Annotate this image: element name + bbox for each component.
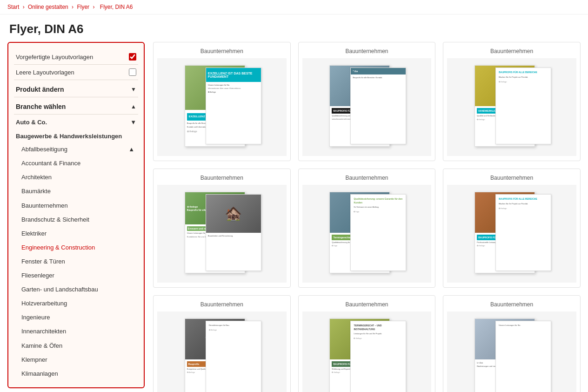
card-title-3: Bauunternehmen bbox=[490, 48, 533, 54]
menu-item-fliesen[interactable]: Fliesenleger bbox=[14, 269, 138, 283]
flyer-back-6: BAUPROFIS FÜR ALLE BEREICHE Machen Sie I… bbox=[495, 194, 551, 271]
industry-section[interactable]: Branche wählen ▲ bbox=[14, 97, 138, 115]
flyer-back-7: Dienstleistungen für Bau. ✿ thelogo bbox=[206, 321, 261, 392]
flyer-back-1: EXZELLENZ IST DAS BESTE FUNDAMENT Unsere… bbox=[206, 68, 261, 144]
flyer-back-5: Qualitätssicherung: unsere Garantie für … bbox=[350, 194, 406, 271]
card-title-4: Bauunternehmen bbox=[200, 175, 243, 181]
card-title-9: Bauunternehmen bbox=[490, 301, 533, 308]
flyer-mockup-5: 🏗️ Termingerechte Übergabe ohne Umzug Qu… bbox=[325, 187, 408, 280]
empty-row: Leere Layoutvorlagen bbox=[14, 65, 138, 80]
industry-arrow: ▲ bbox=[131, 103, 136, 110]
card-image-3: 🏗️ HANDWERKLICHE TRADITION Qualität und … bbox=[447, 58, 576, 156]
flyer-back-4: 🏚️ Bauarbeiten und Renovierung. bbox=[206, 194, 261, 271]
product-card-9[interactable]: Bauunternehmen 🏗️ iz das Bauleistungen u… bbox=[443, 295, 581, 392]
page-title: Flyer, DIN A6 bbox=[0, 14, 588, 42]
flyer-mockup-6: 👷 BAUPROFIS FÜR ALLE BEREICHE Profession… bbox=[470, 187, 554, 280]
menu-item-accountant[interactable]: Accountant & Finance bbox=[14, 156, 138, 170]
card-image-9: 🏗️ iz das Bauleistungen und mehr. Unsere bbox=[447, 311, 576, 392]
product-arrow: ▼ bbox=[131, 86, 136, 93]
breadcrumb: Start › Online gestalten › Flyer › Flyer… bbox=[0, 0, 588, 14]
product-card-6[interactable]: Bauunternehmen 👷 BAUPROFIS FÜR ALLE BERE… bbox=[443, 169, 581, 288]
menu-item-abfall[interactable]: Abfallbeseitigung ▲ bbox=[14, 142, 138, 156]
card-title-6: Bauunternehmen bbox=[490, 175, 533, 181]
product-card-4[interactable]: Bauunternehmen ✿ thelogoBauprofis für al… bbox=[153, 169, 291, 288]
premade-row: Vorgefertigte Layoutvorlagen bbox=[14, 49, 138, 65]
product-grid: Bauunternehmen 👷 EXZELLENZ ALS BESTE FUN… bbox=[153, 42, 581, 392]
menu-item-architekten[interactable]: Architekten bbox=[14, 170, 138, 184]
premade-label[interactable]: Vorgefertigte Layoutvorlagen bbox=[16, 54, 93, 61]
menu-item-brandschutz[interactable]: Brandschutz & Sicherheit bbox=[14, 213, 138, 227]
breadcrumb-start[interactable]: Start bbox=[7, 4, 19, 10]
breadcrumb-online[interactable]: Online gestalten bbox=[28, 4, 68, 10]
sidebar: Vorgefertigte Layoutvorlagen Leere Layou… bbox=[7, 42, 145, 388]
menu-item-kamine[interactable]: Kamine & Öfen bbox=[14, 339, 138, 353]
empty-label[interactable]: Leere Layoutvorlagen bbox=[16, 69, 74, 76]
flyer-back-9: Unsere Leistungen für Sie. bbox=[495, 321, 551, 392]
product-content: Bauunternehmen 👷 EXZELLENZ ALS BESTE FUN… bbox=[153, 42, 581, 392]
empty-checkbox[interactable] bbox=[129, 68, 136, 76]
card-title-5: Bauunternehmen bbox=[345, 175, 388, 181]
product-card-8[interactable]: Bauunternehmen 🏢 BAUPROFIS FÜR ALLE BERE… bbox=[298, 295, 436, 392]
menu-item-bauunternehmen[interactable]: Bauunternehmen bbox=[14, 199, 138, 213]
card-image-4: ✿ thelogoBauprofis für alle Bereiche Ern… bbox=[157, 185, 287, 283]
card-image-7: 🔩 Bauprofis Kompetenz und Qualität. ✿ th… bbox=[157, 311, 287, 392]
menu-item-ingenieure[interactable]: Ingenieure bbox=[14, 311, 138, 324]
premade-checkbox[interactable] bbox=[129, 53, 136, 61]
flyer-mockup-9: 🏗️ iz das Bauleistungen und mehr. Unsere bbox=[470, 314, 554, 392]
flyer-mockup-1: 👷 EXZELLENZ ALS BESTE FUNDAMENT Bauprofi… bbox=[180, 61, 264, 154]
product-card-5[interactable]: Bauunternehmen 🏗️ Termingerechte Übergab… bbox=[298, 169, 436, 288]
menu-item-garten[interactable]: Garten- und Landschaftsbau bbox=[14, 283, 138, 297]
menu-list: Auto & Co. ▼ Baugewerbe & Handwerksleist… bbox=[14, 115, 138, 381]
flyer-mockup-8: 🏢 BAUPROFIS FÜR ALLE BEREICHE Erfahrung … bbox=[325, 314, 408, 392]
flyer-mockup-2: 👷‍♀️ BAUPROFIS FÜR ALLE BEREICHE Qualitä… bbox=[325, 61, 408, 154]
product-card-7[interactable]: Bauunternehmen 🔩 Bauprofis Kompetenz und… bbox=[153, 295, 291, 392]
product-section[interactable]: Produkt ändern ▼ bbox=[14, 80, 138, 97]
breadcrumb-current: Flyer, DIN A6 bbox=[100, 4, 133, 10]
menu-item-fenster[interactable]: Fenster & Türen bbox=[14, 255, 138, 269]
product-card-3[interactable]: Bauunternehmen 🏗️ HANDWERKLICHE TRADITIO… bbox=[443, 42, 581, 161]
card-title-8: Bauunternehmen bbox=[345, 301, 388, 308]
menu-item-elektriker[interactable]: Elektriker bbox=[14, 227, 138, 241]
flyer-back-3: BAUPROFIS FÜR ALLE BEREICHE Machen Sie I… bbox=[495, 68, 551, 144]
card-image-8: 🏢 BAUPROFIS FÜR ALLE BEREICHE Erfahrung … bbox=[302, 311, 432, 392]
menu-item-klempner[interactable]: Klempner bbox=[14, 353, 138, 367]
menu-item-innen[interactable]: Innenarchitekten bbox=[14, 324, 138, 338]
menu-item-engineering[interactable]: Engineering & Construction bbox=[14, 241, 138, 255]
flyer-mockup-3: 🏗️ HANDWERKLICHE TRADITION Qualität und … bbox=[470, 61, 554, 154]
menu-item-baugewerbe[interactable]: Baugewerbe & Handwerksleistungen bbox=[14, 128, 138, 142]
menu-item-klima[interactable]: Klimaanlagen bbox=[14, 367, 138, 381]
menu-item-baumaerkte[interactable]: Baumärkte bbox=[14, 184, 138, 198]
menu-item-holz[interactable]: Holzverarbeitung bbox=[14, 297, 138, 311]
card-title-2: Bauunternehmen bbox=[345, 48, 388, 54]
breadcrumb-flyer[interactable]: Flyer bbox=[77, 4, 89, 10]
flyer-mockup-4: ✿ thelogoBauprofis für alle Bereiche Ern… bbox=[180, 187, 264, 280]
flyer-mockup-7: 🔩 Bauprofis Kompetenz und Qualität. ✿ th… bbox=[180, 314, 264, 392]
product-card-2[interactable]: Bauunternehmen 👷‍♀️ BAUPROFIS FÜR ALLE B… bbox=[298, 42, 436, 161]
card-image-2: 👷‍♀️ BAUPROFIS FÜR ALLE BEREICHE Qualitä… bbox=[302, 58, 432, 156]
flyer-back-2: * the Bauprofis für alle Bereiche. Konta… bbox=[350, 68, 406, 144]
menu-item-auto[interactable]: Auto & Co. ▼ bbox=[14, 115, 138, 128]
card-title-7: Bauunternehmen bbox=[200, 301, 243, 308]
card-title-1: Bauunternehmen bbox=[200, 48, 243, 54]
flyer-back-8: TERMINGERECHT – UND INSTANDHALTUNG Leist… bbox=[350, 321, 406, 392]
card-image-1: 👷 EXZELLENZ ALS BESTE FUNDAMENT Bauprofi… bbox=[157, 58, 287, 156]
card-image-6: 👷 BAUPROFIS FÜR ALLE BEREICHE Profession… bbox=[447, 185, 576, 283]
product-title: Produkt ändern bbox=[16, 86, 64, 93]
product-card-1[interactable]: Bauunternehmen 👷 EXZELLENZ ALS BESTE FUN… bbox=[153, 42, 291, 161]
card-image-5: 🏗️ Termingerechte Übergabe ohne Umzug Qu… bbox=[302, 185, 432, 283]
industry-title: Branche wählen bbox=[16, 103, 66, 110]
